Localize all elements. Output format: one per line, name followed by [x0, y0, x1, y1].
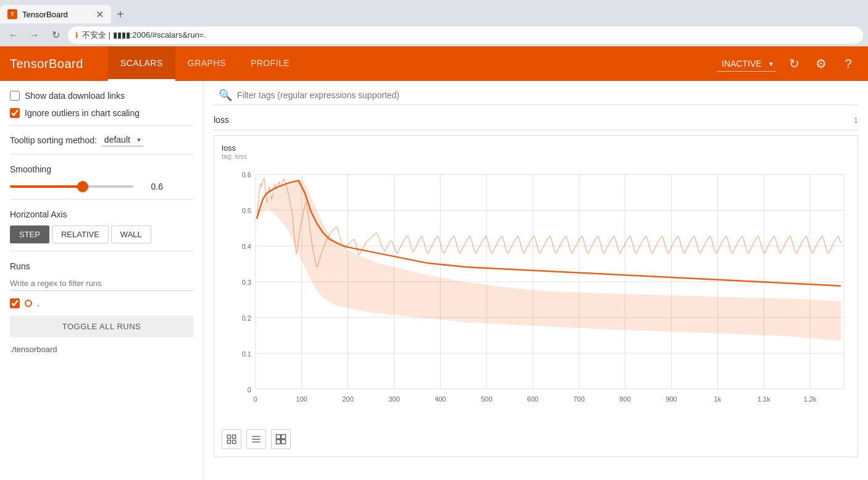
- axis-relative-btn[interactable]: RELATIVE: [52, 225, 109, 243]
- runs-title: Runs: [10, 261, 193, 271]
- filter-bar: 🔍: [214, 86, 858, 105]
- tooltip-mode-btn[interactable]: [271, 429, 291, 449]
- address-text: 不安全 | ▮▮▮▮:2006/#scalars&run=.: [82, 30, 206, 41]
- show-download-label[interactable]: Show data download links: [25, 91, 125, 101]
- chart-section-header: loss 1: [214, 110, 858, 130]
- svg-rect-44: [233, 440, 236, 444]
- svg-rect-42: [233, 435, 236, 438]
- toggle-all-runs-btn[interactable]: TOGGLE ALL RUNS: [10, 316, 193, 337]
- svg-rect-43: [227, 440, 230, 444]
- tooltip-select-wrapper: default: [102, 133, 143, 146]
- browser-addressbar: ← → ↻ ℹ 不安全 | ▮▮▮▮:2006/#scalars&run=.: [0, 23, 868, 46]
- settings-icon-btn[interactable]: ⚙: [811, 54, 831, 74]
- status-select-wrapper: INACTIVE ACTIVE: [717, 56, 777, 72]
- tab-favicon: T: [7, 9, 17, 19]
- main-content: Show data download links Ignore outliers…: [0, 81, 868, 480]
- svg-rect-50: [277, 440, 281, 444]
- ignore-outliers-row: Ignore outliers in chart scaling: [10, 108, 193, 118]
- show-download-checkbox[interactable]: [10, 91, 20, 101]
- svg-text:0.5: 0.5: [242, 207, 251, 214]
- svg-text:300: 300: [388, 395, 399, 403]
- browser-tabs: T TensorBoard ✕ +: [0, 0, 868, 23]
- zoom-fit-btn[interactable]: [222, 429, 241, 449]
- topbar: TensorBoard SCALARS GRAPHS PROFILE INACT…: [0, 46, 868, 81]
- topbar-right: INACTIVE ACTIVE ↻ ⚙ ?: [717, 54, 858, 74]
- svg-text:900: 900: [666, 395, 677, 403]
- search-icon: 🔍: [219, 88, 232, 102]
- svg-text:0: 0: [248, 386, 251, 394]
- svg-text:400: 400: [435, 395, 446, 403]
- smoothing-slider[interactable]: [10, 185, 133, 188]
- svg-rect-48: [277, 435, 281, 439]
- ignore-outliers-label[interactable]: Ignore outliers in chart scaling: [25, 108, 140, 118]
- svg-text:600: 600: [527, 395, 538, 403]
- tooltip-select[interactable]: default: [102, 133, 143, 146]
- svg-text:500: 500: [481, 395, 492, 403]
- chart-toolbar: [222, 429, 850, 449]
- svg-text:200: 200: [342, 395, 353, 403]
- runs-filter-input[interactable]: [10, 276, 193, 291]
- tooltip-row: Tooltip sorting method: default: [10, 133, 193, 146]
- run-path: ./tensorboard: [10, 345, 193, 354]
- app-title: TensorBoard: [10, 57, 83, 71]
- chart-card: loss tag: loss: [214, 135, 858, 457]
- forward-btn[interactable]: →: [26, 27, 43, 44]
- tab-title: TensorBoard: [22, 10, 68, 19]
- tooltip-label: Tooltip sorting method:: [10, 135, 97, 145]
- svg-text:1k: 1k: [714, 395, 722, 403]
- svg-text:0.6: 0.6: [242, 171, 251, 179]
- tab-profile[interactable]: PROFILE: [238, 46, 302, 81]
- smoothing-value: 0.6: [138, 182, 163, 192]
- axis-wall-btn[interactable]: WALL: [111, 225, 151, 243]
- tab-close-btn[interactable]: ✕: [96, 9, 104, 20]
- new-tab-btn[interactable]: +: [111, 5, 130, 23]
- chart-section-title: loss: [214, 115, 229, 125]
- run-item: .: [10, 298, 193, 308]
- active-tab[interactable]: T TensorBoard ✕: [0, 5, 111, 23]
- ignore-outliers-checkbox[interactable]: [10, 108, 20, 118]
- browser-chrome: T TensorBoard ✕ + ← → ↻ ℹ 不安全 | ▮▮▮▮:200…: [0, 0, 868, 46]
- help-icon-btn[interactable]: ?: [838, 54, 858, 74]
- axis-step-btn[interactable]: STEP: [10, 225, 49, 243]
- chart-wrapper: 0 0.1 0.2 0.3 0.4 0.5 0.6 0 100 200 300: [222, 165, 850, 424]
- svg-text:0.2: 0.2: [242, 314, 251, 322]
- address-bar[interactable]: ℹ 不安全 | ▮▮▮▮:2006/#scalars&run=.: [68, 27, 863, 44]
- run-checkbox[interactable]: [10, 298, 20, 308]
- svg-rect-41: [227, 435, 230, 438]
- nav-tabs: SCALARS GRAPHS PROFILE: [108, 46, 302, 81]
- chart-section: loss 1 loss tag: loss: [214, 110, 858, 457]
- chart-svg: 0 0.1 0.2 0.3 0.4 0.5 0.6 0 100 200 300: [222, 165, 850, 424]
- data-mode-btn[interactable]: [246, 429, 266, 449]
- svg-rect-51: [282, 440, 286, 444]
- svg-text:1.2k: 1.2k: [804, 395, 817, 403]
- app: TensorBoard SCALARS GRAPHS PROFILE INACT…: [0, 46, 868, 480]
- status-select[interactable]: INACTIVE ACTIVE: [717, 56, 777, 72]
- svg-text:700: 700: [574, 395, 585, 403]
- axis-buttons: STEP RELATIVE WALL: [10, 225, 193, 243]
- svg-text:100: 100: [296, 395, 307, 403]
- tab-scalars[interactable]: SCALARS: [108, 46, 175, 81]
- svg-rect-49: [282, 435, 286, 439]
- filter-input[interactable]: [237, 90, 853, 100]
- svg-text:1.1k: 1.1k: [757, 395, 770, 403]
- chart-area: 🔍 loss 1 loss tag: loss: [204, 81, 868, 480]
- run-name: .: [37, 298, 40, 308]
- chart-card-title: loss: [222, 143, 850, 153]
- smoothing-row: 0.6: [10, 182, 193, 192]
- refresh-icon-btn[interactable]: ↻: [784, 54, 804, 74]
- divider-3: [10, 199, 193, 200]
- secure-icon: ℹ: [75, 31, 78, 40]
- chart-section-num: 1: [854, 116, 858, 125]
- tab-graphs[interactable]: GRAPHS: [175, 46, 238, 81]
- divider-2: [10, 154, 193, 154]
- divider-4: [10, 251, 193, 251]
- smoothing-title: Smoothing: [10, 164, 193, 174]
- sidebar: Show data download links Ignore outliers…: [0, 81, 204, 480]
- horizontal-axis-title: Horizontal Axis: [10, 209, 193, 219]
- svg-text:0.1: 0.1: [242, 350, 251, 358]
- svg-text:800: 800: [620, 395, 631, 403]
- svg-text:0.4: 0.4: [242, 243, 251, 250]
- svg-text:0.3: 0.3: [242, 279, 251, 286]
- refresh-btn[interactable]: ↻: [47, 27, 64, 44]
- back-btn[interactable]: ←: [5, 27, 22, 44]
